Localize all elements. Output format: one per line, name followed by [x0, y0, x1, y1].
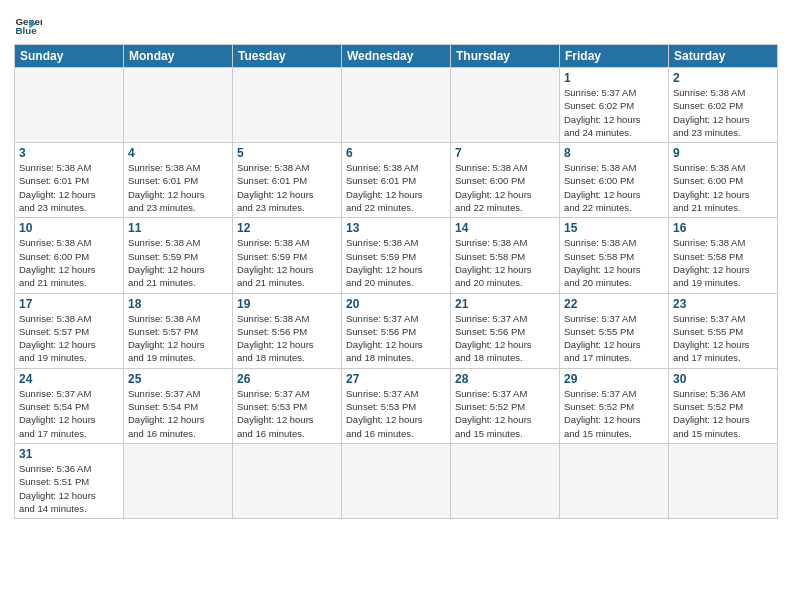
- calendar-header-tuesday: Tuesday: [233, 45, 342, 68]
- header: General Blue: [14, 10, 778, 38]
- day-info: Sunrise: 5:38 AM Sunset: 5:59 PM Dayligh…: [128, 236, 228, 289]
- calendar-day-cell: 14Sunrise: 5:38 AM Sunset: 5:58 PM Dayli…: [451, 218, 560, 293]
- day-number: 26: [237, 372, 337, 386]
- day-number: 29: [564, 372, 664, 386]
- calendar-day-cell: 7Sunrise: 5:38 AM Sunset: 6:00 PM Daylig…: [451, 143, 560, 218]
- day-info: Sunrise: 5:38 AM Sunset: 5:58 PM Dayligh…: [564, 236, 664, 289]
- day-info: Sunrise: 5:37 AM Sunset: 5:55 PM Dayligh…: [673, 312, 773, 365]
- day-info: Sunrise: 5:37 AM Sunset: 5:54 PM Dayligh…: [128, 387, 228, 440]
- calendar-day-cell: 1Sunrise: 5:37 AM Sunset: 6:02 PM Daylig…: [560, 68, 669, 143]
- calendar-week-row: 17Sunrise: 5:38 AM Sunset: 5:57 PM Dayli…: [15, 293, 778, 368]
- calendar-header-row: SundayMondayTuesdayWednesdayThursdayFrid…: [15, 45, 778, 68]
- calendar-week-row: 3Sunrise: 5:38 AM Sunset: 6:01 PM Daylig…: [15, 143, 778, 218]
- day-number: 20: [346, 297, 446, 311]
- calendar-day-cell: 24Sunrise: 5:37 AM Sunset: 5:54 PM Dayli…: [15, 368, 124, 443]
- calendar-day-cell: [342, 443, 451, 518]
- calendar-day-cell: 17Sunrise: 5:38 AM Sunset: 5:57 PM Dayli…: [15, 293, 124, 368]
- calendar-day-cell: 31Sunrise: 5:36 AM Sunset: 5:51 PM Dayli…: [15, 443, 124, 518]
- day-info: Sunrise: 5:37 AM Sunset: 5:52 PM Dayligh…: [564, 387, 664, 440]
- calendar-week-row: 31Sunrise: 5:36 AM Sunset: 5:51 PM Dayli…: [15, 443, 778, 518]
- calendar-day-cell: 9Sunrise: 5:38 AM Sunset: 6:00 PM Daylig…: [669, 143, 778, 218]
- day-number: 19: [237, 297, 337, 311]
- day-info: Sunrise: 5:37 AM Sunset: 5:53 PM Dayligh…: [346, 387, 446, 440]
- calendar-day-cell: 12Sunrise: 5:38 AM Sunset: 5:59 PM Dayli…: [233, 218, 342, 293]
- calendar-day-cell: [342, 68, 451, 143]
- calendar-day-cell: [451, 68, 560, 143]
- calendar-day-cell: 22Sunrise: 5:37 AM Sunset: 5:55 PM Dayli…: [560, 293, 669, 368]
- day-number: 14: [455, 221, 555, 235]
- day-info: Sunrise: 5:38 AM Sunset: 6:01 PM Dayligh…: [346, 161, 446, 214]
- calendar-day-cell: 6Sunrise: 5:38 AM Sunset: 6:01 PM Daylig…: [342, 143, 451, 218]
- day-number: 7: [455, 146, 555, 160]
- calendar-day-cell: 4Sunrise: 5:38 AM Sunset: 6:01 PM Daylig…: [124, 143, 233, 218]
- day-info: Sunrise: 5:38 AM Sunset: 5:58 PM Dayligh…: [455, 236, 555, 289]
- calendar-day-cell: [560, 443, 669, 518]
- calendar-day-cell: 27Sunrise: 5:37 AM Sunset: 5:53 PM Dayli…: [342, 368, 451, 443]
- day-info: Sunrise: 5:38 AM Sunset: 5:57 PM Dayligh…: [128, 312, 228, 365]
- calendar-day-cell: 19Sunrise: 5:38 AM Sunset: 5:56 PM Dayli…: [233, 293, 342, 368]
- day-number: 21: [455, 297, 555, 311]
- day-number: 28: [455, 372, 555, 386]
- calendar-header-wednesday: Wednesday: [342, 45, 451, 68]
- day-number: 18: [128, 297, 228, 311]
- calendar-header-friday: Friday: [560, 45, 669, 68]
- calendar-day-cell: 2Sunrise: 5:38 AM Sunset: 6:02 PM Daylig…: [669, 68, 778, 143]
- logo: General Blue: [14, 10, 46, 38]
- calendar-week-row: 1Sunrise: 5:37 AM Sunset: 6:02 PM Daylig…: [15, 68, 778, 143]
- calendar-day-cell: 3Sunrise: 5:38 AM Sunset: 6:01 PM Daylig…: [15, 143, 124, 218]
- day-info: Sunrise: 5:38 AM Sunset: 5:59 PM Dayligh…: [237, 236, 337, 289]
- calendar-day-cell: 20Sunrise: 5:37 AM Sunset: 5:56 PM Dayli…: [342, 293, 451, 368]
- day-info: Sunrise: 5:37 AM Sunset: 5:54 PM Dayligh…: [19, 387, 119, 440]
- calendar-week-row: 10Sunrise: 5:38 AM Sunset: 6:00 PM Dayli…: [15, 218, 778, 293]
- day-info: Sunrise: 5:38 AM Sunset: 6:01 PM Dayligh…: [19, 161, 119, 214]
- day-number: 5: [237, 146, 337, 160]
- day-number: 16: [673, 221, 773, 235]
- day-info: Sunrise: 5:38 AM Sunset: 5:56 PM Dayligh…: [237, 312, 337, 365]
- day-number: 4: [128, 146, 228, 160]
- calendar-day-cell: [233, 443, 342, 518]
- calendar-day-cell: 30Sunrise: 5:36 AM Sunset: 5:52 PM Dayli…: [669, 368, 778, 443]
- calendar-day-cell: 8Sunrise: 5:38 AM Sunset: 6:00 PM Daylig…: [560, 143, 669, 218]
- calendar-day-cell: [451, 443, 560, 518]
- day-info: Sunrise: 5:37 AM Sunset: 5:53 PM Dayligh…: [237, 387, 337, 440]
- calendar-day-cell: 25Sunrise: 5:37 AM Sunset: 5:54 PM Dayli…: [124, 368, 233, 443]
- day-number: 22: [564, 297, 664, 311]
- day-info: Sunrise: 5:37 AM Sunset: 5:52 PM Dayligh…: [455, 387, 555, 440]
- calendar-day-cell: 11Sunrise: 5:38 AM Sunset: 5:59 PM Dayli…: [124, 218, 233, 293]
- day-info: Sunrise: 5:36 AM Sunset: 5:52 PM Dayligh…: [673, 387, 773, 440]
- day-number: 30: [673, 372, 773, 386]
- day-info: Sunrise: 5:37 AM Sunset: 5:56 PM Dayligh…: [455, 312, 555, 365]
- day-info: Sunrise: 5:38 AM Sunset: 6:02 PM Dayligh…: [673, 86, 773, 139]
- day-info: Sunrise: 5:38 AM Sunset: 5:57 PM Dayligh…: [19, 312, 119, 365]
- page: General Blue SundayMondayTuesdayWednesda…: [0, 0, 792, 525]
- calendar-day-cell: 26Sunrise: 5:37 AM Sunset: 5:53 PM Dayli…: [233, 368, 342, 443]
- calendar-day-cell: 21Sunrise: 5:37 AM Sunset: 5:56 PM Dayli…: [451, 293, 560, 368]
- day-number: 31: [19, 447, 119, 461]
- day-info: Sunrise: 5:38 AM Sunset: 5:58 PM Dayligh…: [673, 236, 773, 289]
- day-info: Sunrise: 5:37 AM Sunset: 5:55 PM Dayligh…: [564, 312, 664, 365]
- calendar-day-cell: 23Sunrise: 5:37 AM Sunset: 5:55 PM Dayli…: [669, 293, 778, 368]
- day-info: Sunrise: 5:38 AM Sunset: 5:59 PM Dayligh…: [346, 236, 446, 289]
- day-number: 23: [673, 297, 773, 311]
- calendar-day-cell: 5Sunrise: 5:38 AM Sunset: 6:01 PM Daylig…: [233, 143, 342, 218]
- calendar-table: SundayMondayTuesdayWednesdayThursdayFrid…: [14, 44, 778, 519]
- day-info: Sunrise: 5:38 AM Sunset: 6:01 PM Dayligh…: [128, 161, 228, 214]
- logo-icon: General Blue: [14, 10, 42, 38]
- calendar-header-monday: Monday: [124, 45, 233, 68]
- day-number: 1: [564, 71, 664, 85]
- calendar-day-cell: 15Sunrise: 5:38 AM Sunset: 5:58 PM Dayli…: [560, 218, 669, 293]
- calendar-day-cell: 13Sunrise: 5:38 AM Sunset: 5:59 PM Dayli…: [342, 218, 451, 293]
- day-info: Sunrise: 5:38 AM Sunset: 6:01 PM Dayligh…: [237, 161, 337, 214]
- day-number: 9: [673, 146, 773, 160]
- calendar-day-cell: [233, 68, 342, 143]
- svg-text:Blue: Blue: [15, 25, 37, 36]
- calendar-header-sunday: Sunday: [15, 45, 124, 68]
- day-info: Sunrise: 5:37 AM Sunset: 6:02 PM Dayligh…: [564, 86, 664, 139]
- day-number: 12: [237, 221, 337, 235]
- day-number: 8: [564, 146, 664, 160]
- calendar-day-cell: 28Sunrise: 5:37 AM Sunset: 5:52 PM Dayli…: [451, 368, 560, 443]
- day-number: 27: [346, 372, 446, 386]
- day-number: 15: [564, 221, 664, 235]
- day-number: 3: [19, 146, 119, 160]
- calendar-day-cell: [124, 68, 233, 143]
